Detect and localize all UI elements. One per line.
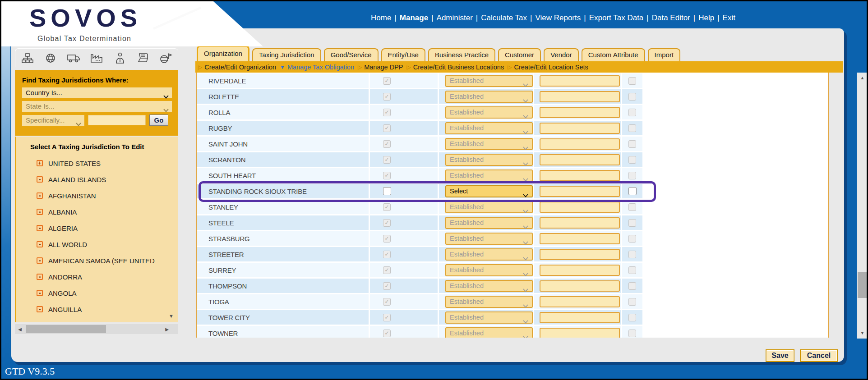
tab-vendor[interactable]: Vendor — [544, 48, 579, 61]
tree-scroll-down-arrow[interactable]: ▼ — [169, 313, 174, 319]
tree-list: + UNITED STATES AALAND ISLANDS AFGHANIST… — [16, 155, 178, 322]
breadcrumb-item[interactable]: ▼ Manage Tax Obligation — [280, 64, 354, 71]
tree-item[interactable]: ANGUILLA — [16, 301, 178, 317]
tab-customer[interactable]: Customer — [498, 48, 541, 61]
tab-import[interactable]: Import — [648, 48, 681, 61]
nav-link-home[interactable]: Home — [371, 14, 391, 22]
tree-item[interactable] — [16, 317, 178, 322]
tree-item[interactable]: + UNITED STATES — [16, 155, 178, 171]
tree-item[interactable]: AALAND ISLANDS — [16, 171, 178, 188]
tree-item[interactable]: ALBANIA — [16, 204, 178, 220]
row-checkbox[interactable] — [628, 187, 637, 195]
nav-separator: | — [714, 14, 722, 22]
tab-organization[interactable]: Organization — [197, 46, 249, 61]
row-checkbox: ✓ — [383, 266, 391, 274]
row-text-input — [540, 91, 620, 102]
status-select: Established — [445, 264, 533, 276]
breadcrumb-item[interactable]: ▷ Create/Edit Business Locations — [406, 64, 504, 71]
tree-item[interactable]: ALGERIA — [16, 220, 178, 236]
leaf-icon[interactable] — [37, 192, 43, 199]
chevron-down-icon — [523, 269, 528, 279]
brand-logo: SOVOS — [29, 3, 142, 32]
scroll-down-arrow[interactable]: ▼ — [857, 328, 868, 339]
breadcrumb-label: Create/Edit Location Sets — [514, 64, 588, 71]
truck-icon[interactable] — [67, 51, 80, 65]
row-checkbox — [628, 251, 636, 258]
jurisdiction-name: SURREY — [197, 263, 369, 277]
row-text-input — [540, 249, 620, 260]
leaf-icon[interactable] — [37, 176, 43, 183]
breadcrumb-item[interactable]: ▷ Create/Edit Organization — [198, 64, 276, 71]
org-hierarchy-icon[interactable] — [21, 51, 34, 65]
tree-item[interactable]: ALL WORLD — [16, 236, 178, 252]
tab-custom-attribute[interactable]: Custom Attribute — [582, 48, 645, 61]
nav-link-export-tax-data[interactable]: Export Tax Data — [589, 14, 644, 22]
tree-item-label: ANGUILLA — [48, 306, 82, 313]
page-vertical-scrollbar[interactable]: ▲ ▼ — [857, 73, 868, 339]
factory-icon[interactable] — [90, 51, 103, 65]
jurisdiction-name: TOWER CITY — [197, 310, 369, 325]
row-text-input — [540, 170, 620, 181]
find-search-input[interactable] — [88, 115, 146, 125]
tree-item-label: ALL WORLD — [48, 241, 87, 248]
leaf-icon[interactable] — [37, 257, 43, 264]
status-select-value: Established — [450, 282, 484, 289]
nav-link-administer[interactable]: Administer — [437, 14, 473, 22]
nav-link-view-reports[interactable]: View Reports — [535, 14, 581, 22]
nav-link-exit[interactable]: Exit — [723, 14, 735, 22]
globe-icon[interactable] — [44, 51, 57, 65]
row-text-input[interactable] — [540, 186, 620, 197]
tab-taxing-jurisdiction[interactable]: Taxing Jurisdiction — [252, 48, 321, 61]
tree-item[interactable]: ANGOLA — [16, 285, 178, 301]
leaf-icon[interactable] — [37, 209, 43, 215]
tree-item[interactable]: ANDORRA — [16, 269, 178, 285]
status-select[interactable]: Select — [445, 185, 533, 197]
leaf-icon[interactable] — [37, 290, 43, 296]
breadcrumb: ▷ Create/Edit Organization ▼ Manage Tax … — [195, 61, 843, 73]
nav-link-help[interactable]: Help — [698, 14, 714, 22]
row-checkbox[interactable] — [383, 187, 391, 195]
scroll-left-arrow[interactable]: ◀ — [15, 327, 25, 332]
status-select-value: Established — [450, 314, 484, 321]
breadcrumb-item[interactable]: ▷ Create/Edit Location Sets — [508, 64, 588, 71]
scrollbar-thumb[interactable] — [858, 272, 867, 298]
nav-link-calculate-tax[interactable]: Calculate Tax — [481, 14, 527, 22]
jurisdiction-table: RIVERDALE ✓ Established ROLETTE ✓ Establ… — [197, 73, 642, 338]
sidebar-horizontal-scrollbar[interactable]: ◀ ▶ — [15, 324, 178, 334]
scroll-up-arrow[interactable]: ▲ — [857, 73, 868, 83]
tree-item[interactable]: AFGHANISTAN — [16, 188, 178, 204]
breadcrumb-item[interactable]: ▷ Manage DPP — [358, 64, 403, 71]
status-select-value: Established — [450, 140, 484, 147]
row-text-input — [540, 154, 620, 165]
app-version-label: GTD V9.3.5 — [5, 366, 55, 377]
leaf-icon[interactable] — [37, 241, 43, 247]
tab-good-service[interactable]: Good/Service — [324, 48, 379, 61]
table-row: THOMPSON ✓ Established — [197, 279, 642, 293]
nav-separator: | — [643, 14, 651, 22]
expand-icon[interactable]: + — [37, 160, 43, 166]
status-select-value: Established — [450, 266, 484, 274]
nav-link-manage[interactable]: Manage — [400, 14, 428, 22]
leaf-icon[interactable] — [37, 225, 43, 231]
leaf-icon[interactable] — [37, 274, 43, 280]
main-panel: Find Taxing Jurisdictions Where: Country… — [11, 28, 844, 362]
nav-link-data-editor[interactable]: Data Editor — [652, 14, 690, 22]
save-button[interactable]: Save — [766, 349, 794, 362]
country-select[interactable]: Country Is... — [22, 87, 172, 98]
table-row: STEELE ✓ Established — [197, 215, 642, 230]
tab-entity-use[interactable]: Entity/Use — [381, 48, 425, 61]
row-checkbox — [628, 124, 636, 132]
tree-item[interactable]: AMERICAN SAMOA (SEE UNITED — [16, 252, 178, 269]
scrollbar-thumb[interactable] — [26, 325, 106, 333]
person-icon[interactable] — [113, 51, 127, 65]
leaf-icon[interactable] — [37, 306, 43, 312]
row-text-input — [540, 107, 620, 118]
tab-label: Custom Attribute — [588, 51, 638, 59]
scroll-right-arrow[interactable]: ▶ — [162, 327, 172, 332]
status-select: Established — [445, 138, 533, 150]
cancel-button[interactable]: Cancel — [800, 349, 838, 362]
go-button[interactable]: Go — [149, 114, 168, 126]
globe-flag-icon[interactable] — [159, 51, 173, 65]
tab-business-practice[interactable]: Business Practice — [428, 48, 495, 61]
cash-register-icon[interactable] — [136, 51, 150, 65]
